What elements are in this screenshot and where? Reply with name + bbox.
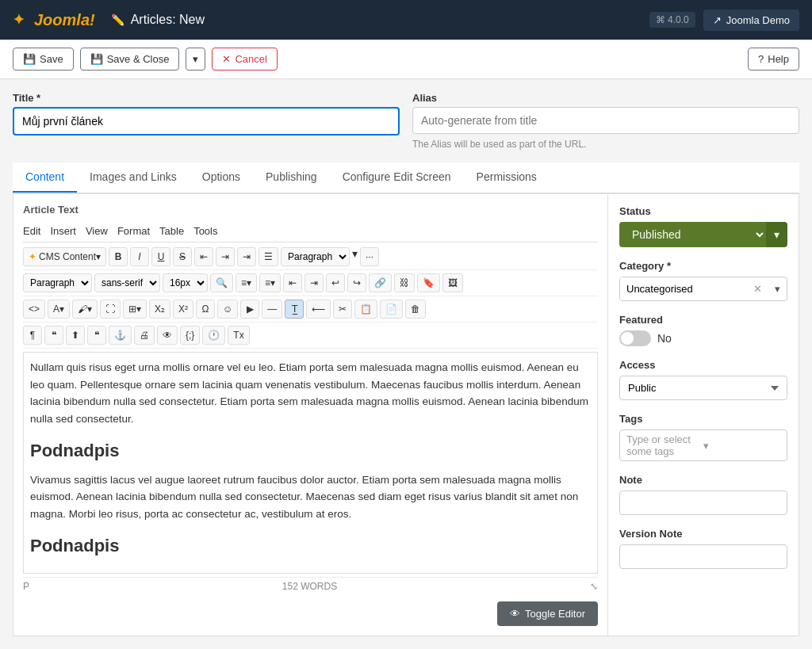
underline-button[interactable]: U xyxy=(151,247,170,266)
tab-options[interactable]: Options xyxy=(190,162,253,193)
preview-button[interactable]: 👁 xyxy=(157,326,178,345)
tab-content[interactable]: Content xyxy=(13,162,77,193)
editor-sidebar-layout: Article Text Edit Insert View Format Tab… xyxy=(13,194,799,636)
format-select[interactable]: Paragraph xyxy=(23,273,92,292)
category-select[interactable]: Uncategorised xyxy=(620,277,747,300)
bg-color-button[interactable]: 🖌▾ xyxy=(72,300,98,319)
sidebar-panel: Status Published Unpublished Trashed ▾ C… xyxy=(608,194,799,636)
outdent-button[interactable]: ⇤ xyxy=(283,273,302,292)
menu-insert[interactable]: Insert xyxy=(50,225,76,237)
font-family-select[interactable]: sans-serif xyxy=(94,273,160,292)
cancel-button[interactable]: ✕ Cancel xyxy=(212,48,277,71)
save-dropdown-button[interactable]: ▾ xyxy=(186,48,205,71)
subscript-button[interactable]: X₂ xyxy=(149,300,170,319)
special-char-button[interactable]: Ω xyxy=(196,300,215,319)
cms-content-button[interactable]: ✦ CMS Content ▾ xyxy=(23,247,106,266)
title-input[interactable] xyxy=(13,107,400,136)
save-button[interactable]: 💾 Save xyxy=(13,48,74,71)
menu-tools[interactable]: Tools xyxy=(193,225,217,237)
text-color-button[interactable]: A▾ xyxy=(48,300,70,319)
help-label: Help xyxy=(768,53,789,65)
category-label: Category * xyxy=(619,260,787,272)
ordered-list-button[interactable]: ≡▾ xyxy=(259,273,281,292)
category-clear-button[interactable]: ✕ xyxy=(747,283,768,295)
title-label: Title * xyxy=(13,92,400,104)
tags-chevron-icon: ▾ xyxy=(703,440,780,452)
menu-table[interactable]: Table xyxy=(159,225,184,237)
help-button[interactable]: ? Help xyxy=(748,48,799,71)
clear-format-button[interactable]: 🗑 xyxy=(405,300,426,319)
editor-toolbar-row3: <> A▾ 🖌▾ ⛶ ⊞▾ X₂ X² Ω ☺ ▶ — T̲ ⟵ ✂ 📋 📄 xyxy=(23,300,598,323)
date-button[interactable]: 🕐 xyxy=(202,326,225,345)
editor-heading-1: Podnadpis xyxy=(30,437,591,464)
redo-button[interactable]: ↪ xyxy=(347,273,366,292)
article-text-label: Article Text xyxy=(23,204,598,216)
menu-view[interactable]: View xyxy=(86,225,108,237)
editor-paragraph-2: Vivamus sagittis lacus vel augue laoreet… xyxy=(30,471,591,523)
note-section: Note xyxy=(619,474,787,515)
block-quote-button[interactable]: ❝ xyxy=(44,326,63,345)
tab-images-links[interactable]: Images and Links xyxy=(77,162,190,193)
blockquote2-button[interactable]: ❝ xyxy=(87,326,106,345)
status-dropdown-button[interactable]: ▾ xyxy=(766,222,787,247)
editor-tag-indicator: P xyxy=(23,581,29,592)
cut-button[interactable]: ✂ xyxy=(333,300,352,319)
paragraph-button[interactable]: ¶ xyxy=(23,326,42,345)
media-button[interactable]: ▶ xyxy=(240,300,259,319)
superscript-button[interactable]: X² xyxy=(173,300,193,319)
code-button[interactable]: <> xyxy=(23,300,45,319)
editor-heading-2: Podnadpis xyxy=(30,532,591,559)
resize-handle[interactable]: ⤡ xyxy=(590,581,598,592)
fullscreen-button[interactable]: ⛶ xyxy=(100,300,121,319)
tags-section: Tags Type or select some tags ▾ xyxy=(619,413,787,461)
unlink-button[interactable]: ⛓ xyxy=(394,273,415,292)
font-size-select[interactable]: 16px xyxy=(163,273,208,292)
codesample-button[interactable]: {;} xyxy=(180,326,200,345)
strikethrough-button[interactable]: S xyxy=(173,247,192,266)
menu-format[interactable]: Format xyxy=(117,225,150,237)
emoji-button[interactable]: ☺ xyxy=(217,300,238,319)
table-button[interactable]: ⊞▾ xyxy=(123,300,147,319)
copy-button[interactable]: 📋 xyxy=(354,300,377,319)
indent-button[interactable]: ⇥ xyxy=(304,273,324,292)
save-close-button[interactable]: 💾 Save & Close xyxy=(80,48,180,71)
align-left-button[interactable]: ⇤ xyxy=(194,247,213,266)
status-select[interactable]: Published Unpublished Trashed xyxy=(619,222,766,247)
image-button[interactable]: 🖼 xyxy=(442,273,463,292)
note-input[interactable] xyxy=(619,491,787,515)
bookmark-button[interactable]: 🔖 xyxy=(417,273,440,292)
editor-body[interactable]: Nullam quis risus eget urna mollis ornar… xyxy=(23,352,598,574)
align-justify-button[interactable]: ☰ xyxy=(259,247,278,266)
search-button[interactable]: 🔍 xyxy=(210,273,233,292)
more-button[interactable]: ··· xyxy=(360,247,379,266)
print-button[interactable]: 🖨 xyxy=(134,326,155,345)
link-button[interactable]: 🔗 xyxy=(369,273,392,292)
toggle-editor-button[interactable]: 👁 Toggle Editor xyxy=(497,601,598,626)
undo-button[interactable]: ↩ xyxy=(326,273,345,292)
alias-input[interactable] xyxy=(412,107,799,134)
hr-button[interactable]: — xyxy=(262,300,282,319)
upload-button[interactable]: ⬆ xyxy=(66,326,85,345)
highlight-button[interactable]: T̲ xyxy=(285,300,304,319)
italic-button[interactable]: I xyxy=(130,247,149,266)
paragraph-format-select[interactable]: Paragraph Heading 1 Heading 2 xyxy=(281,247,350,266)
tab-permissions[interactable]: Permissions xyxy=(464,162,550,193)
access-select[interactable]: Public Registered Special xyxy=(619,376,787,400)
rtl-button[interactable]: ⟵ xyxy=(306,300,331,319)
menu-edit[interactable]: Edit xyxy=(23,225,40,237)
tab-configure-edit-screen[interactable]: Configure Edit Screen xyxy=(330,162,464,193)
user-icon: ↗ xyxy=(713,14,722,26)
tags-input-wrapper[interactable]: Type or select some tags ▾ xyxy=(619,429,787,461)
paste-button[interactable]: 📄 xyxy=(380,300,403,319)
version-icon: ⌘ xyxy=(656,14,665,25)
bold-button[interactable]: B xyxy=(109,247,128,266)
tab-publishing[interactable]: Publishing xyxy=(253,162,330,193)
align-center-button[interactable]: ⇥ xyxy=(216,247,235,266)
user-menu-button[interactable]: ↗ Joomla Demo xyxy=(703,10,799,31)
align-right-button[interactable]: ⇥ xyxy=(237,247,256,266)
featured-toggle[interactable] xyxy=(619,330,651,346)
remove-format-button[interactable]: Tx xyxy=(228,326,249,345)
version-note-input[interactable] xyxy=(619,544,787,569)
unordered-list-button[interactable]: ≡▾ xyxy=(236,273,257,292)
anchor-button[interactable]: ⚓ xyxy=(109,326,132,345)
